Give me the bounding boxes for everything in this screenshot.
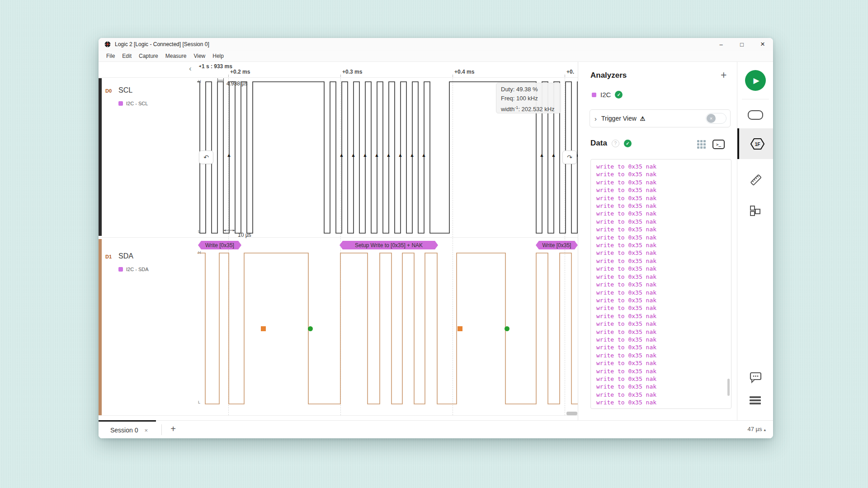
menu-capture[interactable]: Capture — [135, 52, 162, 61]
maximize-button[interactable]: □ — [731, 38, 752, 51]
horizontal-scrollbar-thumb[interactable] — [566, 412, 577, 415]
toolbar-divider — [742, 99, 769, 99]
comments-icon[interactable] — [750, 372, 762, 384]
channel-d1-id[interactable]: D1 — [105, 254, 112, 259]
menu-view[interactable]: View — [190, 52, 209, 61]
sda-low-marker: L — [198, 400, 200, 404]
data-table-view-icon[interactable] — [697, 140, 706, 149]
data-row[interactable]: write to 0x35 nak — [596, 328, 731, 336]
i2c-packet-annotation[interactable]: Write [0x35] — [536, 241, 578, 249]
data-row[interactable]: write to 0x35 nak — [596, 186, 731, 194]
data-row[interactable]: write to 0x35 nak — [596, 296, 731, 304]
channel-d1-analyzer-label[interactable]: I2C - SDA — [118, 267, 149, 272]
data-row[interactable]: write to 0x35 nak — [596, 257, 731, 265]
data-row[interactable]: write to 0x35 nak — [596, 343, 731, 351]
menu-edit[interactable]: Edit — [118, 52, 135, 61]
data-row[interactable]: write to 0x35 nak — [596, 265, 731, 272]
bit-marker-triangle-icon: ▲ — [539, 153, 544, 158]
data-row[interactable]: write to 0x35 nak — [596, 304, 731, 312]
data-row[interactable]: write to 0x35 nak — [596, 359, 731, 367]
data-row[interactable]: write to 0x35 nak — [596, 170, 731, 178]
close-button[interactable]: × — [752, 38, 773, 51]
data-row[interactable]: write to 0x35 nak — [596, 241, 731, 249]
data-row[interactable]: write to 0x35 nak — [596, 391, 731, 399]
channel-d0-id[interactable]: D0 — [105, 88, 112, 94]
data-row[interactable]: write to 0x35 nak — [596, 352, 731, 359]
app-logo-icon — [104, 41, 111, 47]
tab-separator — [161, 424, 162, 435]
device-settings-icon[interactable] — [748, 110, 763, 120]
data-help-icon[interactable]: ? — [612, 140, 619, 147]
data-row[interactable]: write to 0x35 nak — [596, 375, 731, 383]
i2c-data-marker-square — [458, 326, 462, 331]
analyzers-title: Analyzers — [590, 71, 627, 80]
channel-d1-name[interactable]: SDA — [118, 252, 133, 260]
data-row[interactable]: write to 0x35 nak — [596, 289, 731, 296]
measurement-tooltip: Duty: 49.38 % Freq: 100 kHz width-1: 202… — [496, 83, 561, 113]
data-row[interactable]: write to 0x35 nak — [596, 367, 731, 375]
timeline-back-chevron-icon[interactable]: ‹ — [189, 64, 192, 73]
data-row[interactable]: write to 0x35 nak — [596, 178, 731, 186]
pulse-width-measure-label[interactable]: 4.938 µs — [226, 80, 247, 87]
capture-mode-selected[interactable]: 1F — [737, 128, 773, 159]
i2c-ack-marker-circle — [505, 326, 509, 331]
period-measure-label[interactable]: 10 µs — [238, 232, 251, 238]
capture-duration[interactable]: 47 µs▴ — [747, 426, 766, 432]
sda-high-marker: H — [198, 250, 201, 255]
i2c-packet-annotation[interactable]: Write [0x35] — [198, 241, 241, 249]
data-row[interactable]: write to 0x35 nak — [596, 249, 731, 257]
data-row[interactable]: write to 0x35 nak — [596, 234, 731, 241]
tab-session-0[interactable]: Session 0 × — [99, 420, 156, 438]
data-row[interactable]: write to 0x35 nak — [596, 273, 731, 281]
data-row[interactable]: write to 0x35 nak — [596, 336, 731, 343]
i2c-check-icon: ✓ — [615, 91, 623, 99]
data-row[interactable]: write to 0x35 nak — [596, 202, 731, 210]
data-row[interactable]: write to 0x35 nak — [596, 399, 731, 406]
waveform-traces — [99, 78, 578, 420]
minimize-button[interactable]: – — [711, 38, 731, 51]
trigger-view-row[interactable]: › Trigger View ⚠ × — [590, 109, 731, 127]
add-analyzer-button[interactable]: + — [721, 69, 726, 81]
scl-high-marker: H — [198, 79, 201, 84]
data-row[interactable]: write to 0x35 nak — [596, 163, 731, 170]
trigger-expand-chevron-icon[interactable]: › — [594, 115, 597, 122]
trigger-toggle[interactable]: × — [706, 113, 726, 124]
jump-next-edge-button[interactable]: ↷ — [562, 150, 577, 164]
data-row[interactable]: write to 0x35 nak — [596, 194, 731, 202]
menu-file[interactable]: File — [103, 52, 118, 61]
i2c-scl-color-square — [118, 101, 123, 106]
tab-close-icon[interactable]: × — [144, 427, 148, 434]
data-row[interactable]: write to 0x35 nak — [596, 281, 731, 288]
trigger-toggle-knob[interactable]: × — [707, 114, 716, 123]
analyzer-item-i2c[interactable]: I2C ✓ — [592, 91, 623, 99]
data-scrollbar-thumb[interactable] — [727, 379, 730, 396]
data-row[interactable]: write to 0x35 nak — [596, 312, 731, 320]
menu-help[interactable]: Help — [209, 52, 227, 61]
data-row[interactable]: write to 0x35 nak — [596, 218, 731, 225]
bit-marker-triangle-icon: ▲ — [421, 153, 426, 158]
timeline-ruler[interactable]: ‹ ◄1 s : 933 ms +0.2 ms+0.3 ms+0.4 ms+0. — [99, 62, 578, 78]
data-list[interactable]: write to 0x35 nakwrite to 0x35 nakwrite … — [590, 159, 731, 409]
data-row[interactable]: write to 0x35 nak — [596, 383, 731, 390]
timeline-tick — [340, 75, 341, 77]
tooltip-freq: Freq: 100 kHz — [501, 94, 556, 103]
data-row[interactable]: write to 0x35 nak — [596, 210, 731, 217]
data-row[interactable]: write to 0x35 nak — [596, 320, 731, 328]
data-header: Data ? ✓ — [590, 139, 632, 148]
channel-d0-name[interactable]: SCL — [118, 86, 132, 94]
timeline-tick-label: +0.2 ms — [230, 69, 250, 75]
data-row[interactable]: write to 0x35 nak — [596, 225, 731, 233]
extensions-blocks-icon[interactable] — [750, 205, 761, 217]
start-capture-button[interactable]: ▶ — [745, 70, 766, 91]
measurements-ruler-icon[interactable] — [750, 174, 762, 186]
i2c-packet-annotation[interactable]: Setup Write to [0x35] + NAK — [340, 241, 438, 249]
menu-measure[interactable]: Measure — [162, 52, 190, 61]
data-terminal-view-icon[interactable]: >_ — [712, 140, 725, 149]
jump-previous-edge-button[interactable]: ↶ — [199, 150, 213, 164]
channel-d0-analyzer-label[interactable]: I2C - SCL — [118, 101, 148, 106]
timeline-tick-label: +0.3 ms — [342, 69, 362, 75]
i2c-data-marker-square — [261, 326, 266, 331]
new-session-button[interactable]: + — [167, 424, 179, 434]
main-menu-icon[interactable] — [750, 396, 761, 404]
bit-marker-triangle-icon: ▲ — [551, 153, 556, 158]
